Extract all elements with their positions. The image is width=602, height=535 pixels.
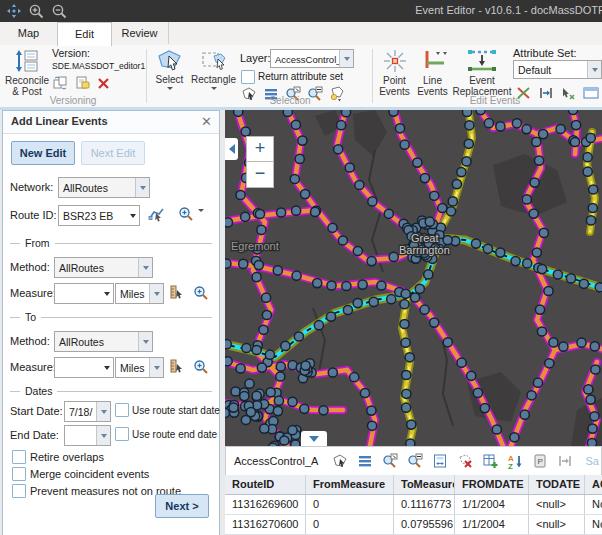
to-units-dropdown[interactable]: Miles	[115, 357, 164, 378]
sort-icon[interactable]: AZ	[507, 453, 523, 469]
end-date-caret[interactable]	[96, 426, 110, 445]
route-zoom-caret[interactable]	[198, 212, 204, 224]
merge-coincident-checkbox[interactable]	[12, 467, 26, 481]
from-measure-select-icon[interactable]	[169, 285, 185, 300]
show-measures-icon[interactable]	[432, 453, 448, 469]
col-routeid[interactable]: RouteID	[225, 475, 306, 494]
delete-version-icon[interactable]	[97, 77, 110, 90]
col-tomeasure[interactable]: ToMeasure	[394, 475, 455, 494]
col-ac[interactable]: AC	[585, 475, 602, 494]
layer-dropdown[interactable]: AccessControl_A	[270, 49, 354, 68]
col-fromdate[interactable]: FROMDATE	[455, 475, 529, 494]
end-date-value	[65, 426, 96, 445]
to-units-value: Miles	[116, 358, 149, 377]
attribute-set-caret[interactable]	[587, 61, 601, 78]
prevent-measures-checkbox[interactable]	[12, 484, 26, 498]
tab-review[interactable]: Review	[111, 22, 169, 44]
from-measure-combo[interactable]	[54, 283, 114, 304]
cell-frommeasure: 0	[306, 515, 394, 534]
col-frommeasure[interactable]: FromMeasure	[306, 475, 394, 494]
return-attribute-set-checkbox[interactable]	[241, 70, 255, 84]
show-list-icon[interactable]	[357, 453, 373, 469]
zoom-out-icon[interactable]	[51, 3, 68, 20]
new-edit-button[interactable]: New Edit	[11, 141, 75, 165]
start-date-value: 7/18/	[65, 402, 96, 421]
add-record-icon[interactable]	[482, 453, 498, 469]
point-events-label: Point Events	[379, 75, 410, 97]
conflicts-icon[interactable]	[53, 76, 68, 90]
cell-todate: <null>	[529, 495, 585, 514]
split-event-icon[interactable]	[557, 454, 573, 468]
to-measure-caret[interactable]	[100, 358, 113, 377]
to-section: To	[10, 311, 212, 323]
ribbon: Reconcile & Post Version: SDE.MASSDOT_ed…	[0, 45, 602, 108]
new-version-icon[interactable]	[75, 76, 90, 90]
select-button[interactable]: Select	[151, 48, 188, 90]
col-todate[interactable]: TODATE	[529, 475, 585, 494]
collapse-table-button[interactable]	[301, 431, 327, 446]
save-button[interactable]: Sa	[585, 455, 598, 467]
point-events-button[interactable]: Point Events	[376, 48, 413, 97]
from-units-caret[interactable]	[149, 284, 163, 303]
table-row[interactable]: 11316270600 0 0.0795596 1/1/2004 <null> …	[225, 515, 602, 535]
attribute-window-icon[interactable]: P	[532, 453, 548, 469]
tab-edit[interactable]: Edit	[57, 22, 112, 46]
end-date-picker[interactable]	[64, 425, 111, 446]
zoom-to-selection-icon[interactable]	[382, 453, 398, 469]
collapse-left-icon	[229, 144, 235, 154]
versioning-group-label: Versioning	[0, 95, 146, 106]
map-zoom-in-button[interactable]: +	[246, 136, 274, 162]
start-date-picker[interactable]: 7/18/	[64, 401, 111, 422]
from-units-dropdown[interactable]: Miles	[115, 283, 164, 304]
attribute-set-dropdown[interactable]: Default	[513, 60, 602, 79]
table-header-row: RouteID FromMeasure ToMeasure FROMDATE T…	[225, 475, 602, 495]
use-route-start-checkbox[interactable]	[115, 403, 129, 417]
select-dropdown-caret[interactable]	[167, 87, 173, 90]
rectangle-dropdown-caret[interactable]	[211, 87, 217, 90]
pan-to-selection-icon[interactable]	[407, 453, 423, 469]
to-measure-select-icon[interactable]	[169, 359, 185, 374]
from-method-dropdown[interactable]: AllRoutes	[54, 257, 153, 278]
to-units-caret[interactable]	[149, 358, 163, 377]
tab-map[interactable]: Map	[0, 22, 58, 44]
close-icon[interactable]: ✕	[201, 114, 212, 129]
use-route-end-checkbox[interactable]	[115, 427, 129, 441]
to-method-dropdown[interactable]: AllRoutes	[54, 331, 153, 352]
to-measure-zoom-icon[interactable]	[193, 359, 209, 375]
network-dropdown[interactable]: AllRoutes	[58, 177, 150, 198]
edit-events-group-label: Edit Events	[420, 95, 570, 106]
next-edit-button[interactable]: Next Edit	[81, 141, 145, 165]
layer-dropdown-caret[interactable]	[339, 50, 353, 67]
map-canvas[interactable]: EgremontGreatBarrington	[225, 110, 602, 446]
table-row[interactable]: 11316269600 0 0.1116773 1/1/2004 <null> …	[225, 495, 602, 515]
merge-coincident-label: Merge coincident events	[30, 468, 149, 480]
use-route-start-label: Use route start date	[132, 405, 220, 416]
zoom-in-icon[interactable]	[28, 3, 45, 20]
start-date-caret[interactable]	[96, 402, 110, 421]
to-method-caret[interactable]	[138, 332, 152, 351]
network-caret[interactable]	[135, 178, 149, 197]
clear-selection-icon[interactable]	[457, 453, 473, 469]
to-measure-combo[interactable]	[54, 357, 114, 378]
reconcile-post-button[interactable]: Reconcile & Post	[4, 48, 50, 97]
panel-icon[interactable]	[583, 86, 599, 100]
collapse-panel-button[interactable]	[225, 138, 238, 160]
select-features-icon[interactable]	[332, 453, 348, 469]
pan-icon[interactable]	[6, 3, 22, 19]
map-view[interactable]: EgremontGreatBarrington + −	[225, 110, 602, 446]
to-section-label: To	[25, 311, 36, 323]
rectangle-button[interactable]: Rectangle	[190, 48, 237, 90]
from-method-caret[interactable]	[138, 258, 152, 277]
map-zoom-out-button[interactable]: −	[246, 161, 274, 188]
route-id-caret[interactable]	[126, 206, 139, 225]
to-method-value: AllRoutes	[55, 332, 138, 351]
from-measure-caret[interactable]	[100, 284, 113, 303]
route-id-dropdown[interactable]: BSR23 EB	[58, 205, 140, 226]
route-zoom-icon[interactable]	[178, 206, 194, 222]
from-measure-zoom-icon[interactable]	[193, 285, 209, 301]
line-events-button[interactable]: Line Events	[413, 48, 452, 97]
select-route-on-map-icon[interactable]	[148, 206, 165, 222]
event-replacement-button[interactable]: Event Replacement	[452, 48, 512, 97]
retire-overlaps-checkbox[interactable]	[12, 450, 26, 464]
next-button[interactable]: Next >	[155, 494, 209, 518]
